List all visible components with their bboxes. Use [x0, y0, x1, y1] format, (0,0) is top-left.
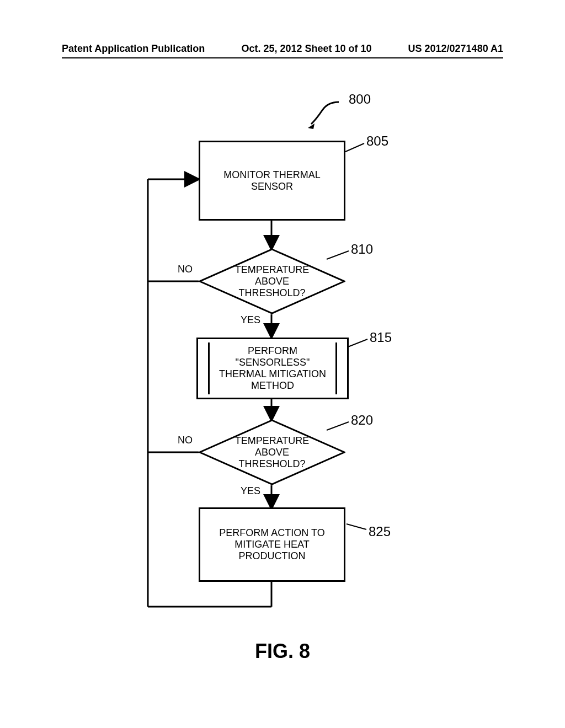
subroutine-text: PERFORM "SENSORLESS" THERMAL MITIGATION …: [215, 345, 330, 392]
svg-line-15: [347, 524, 366, 529]
ref-810: 810: [351, 242, 373, 257]
decision-text: TEMPERATURE ABOVE THRESHOLD?: [221, 435, 323, 470]
subroutine-sensorless-mitigation: PERFORM "SENSORLESS" THERMAL MITIGATION …: [196, 338, 349, 399]
svg-line-13: [347, 339, 367, 347]
decision-820-no-label: NO: [178, 435, 193, 446]
header-right: US 2012/0271480 A1: [408, 43, 503, 55]
decision-810-no-label: NO: [178, 264, 193, 275]
process-text: PERFORM ACTION TO MITIGATE HEAT PRODUCTI…: [206, 527, 338, 562]
process-mitigate-heat: PERFORM ACTION TO MITIGATE HEAT PRODUCTI…: [199, 507, 345, 582]
page-header: Patent Application Publication Oct. 25, …: [62, 43, 503, 55]
ref-805: 805: [366, 133, 388, 149]
header-left: Patent Application Publication: [62, 43, 205, 55]
header-center: Oct. 25, 2012 Sheet 10 of 10: [241, 43, 371, 55]
ref-820: 820: [351, 413, 373, 428]
decision-text: TEMPERATURE ABOVE THRESHOLD?: [221, 264, 323, 299]
header-rule: [62, 57, 503, 58]
decision-820-yes-label: YES: [241, 485, 260, 497]
decision-810-yes-label: YES: [241, 314, 260, 326]
figure-caption: FIG. 8: [0, 640, 565, 663]
decision-temp-above-threshold-2: TEMPERATURE ABOVE THRESHOLD?: [199, 419, 345, 485]
ref-825: 825: [369, 524, 391, 539]
process-text: MONITOR THERMAL SENSOR: [206, 169, 338, 192]
flowchart: 800: [0, 88, 565, 640]
decision-temp-above-threshold-1: TEMPERATURE ABOVE THRESHOLD?: [199, 248, 345, 314]
svg-line-11: [345, 143, 364, 152]
process-monitor-thermal-sensor: MONITOR THERMAL SENSOR: [199, 141, 345, 221]
ref-815: 815: [370, 330, 392, 345]
